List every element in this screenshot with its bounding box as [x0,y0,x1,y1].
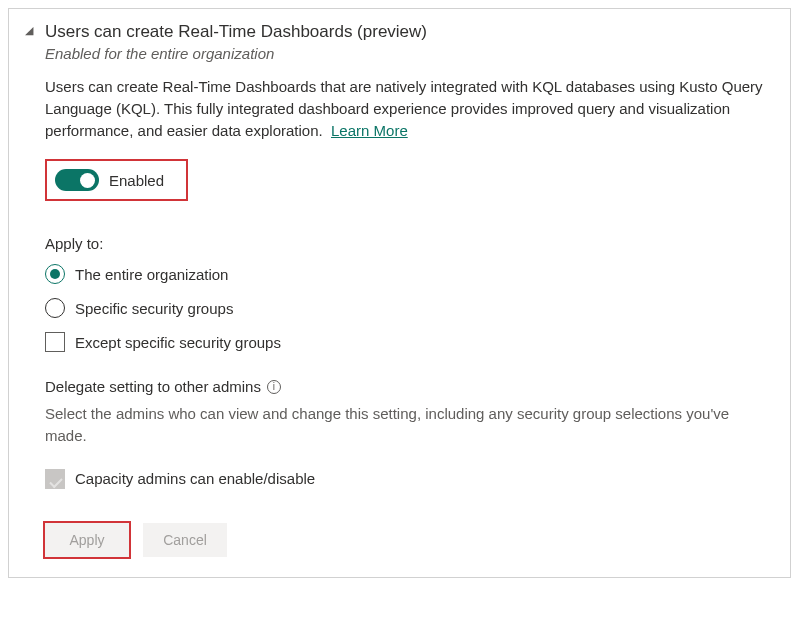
apply-button[interactable]: Apply [45,523,129,557]
capacity-admins-row: Capacity admins can enable/disable [45,469,774,489]
learn-more-link[interactable]: Learn More [331,122,408,139]
enabled-toggle-label: Enabled [109,172,164,189]
radio-specific-groups-row: Specific security groups [45,298,774,318]
setting-subtitle: Enabled for the entire organization [45,45,774,62]
delegate-title: Delegate setting to other admins [45,378,261,395]
except-groups-label: Except specific security groups [75,334,281,351]
except-groups-row: Except specific security groups [45,332,774,352]
setting-title: Users can create Real-Time Dashboards (p… [45,21,774,43]
button-row: Apply Cancel [45,523,774,557]
setting-description: Users can create Real-Time Dashboards th… [45,76,774,141]
enabled-toggle-group: Enabled [45,159,188,201]
delegate-description: Select the admins who can view and chang… [45,403,745,447]
capacity-admins-checkbox [45,469,65,489]
capacity-admins-label: Capacity admins can enable/disable [75,470,315,487]
radio-specific-groups[interactable] [45,298,65,318]
info-icon[interactable]: i [267,380,281,394]
delegate-header: Delegate setting to other admins i [45,378,774,395]
radio-entire-org-label: The entire organization [75,266,228,283]
enabled-toggle[interactable] [55,169,99,191]
setting-header: ◢ Users can create Real-Time Dashboards … [25,21,774,62]
collapse-icon[interactable]: ◢ [25,25,39,36]
setting-panel: ◢ Users can create Real-Time Dashboards … [8,8,791,578]
except-groups-checkbox[interactable] [45,332,65,352]
apply-to-label: Apply to: [45,235,774,252]
radio-entire-org[interactable] [45,264,65,284]
radio-entire-org-row: The entire organization [45,264,774,284]
header-content: Users can create Real-Time Dashboards (p… [45,21,774,62]
cancel-button[interactable]: Cancel [143,523,227,557]
radio-specific-groups-label: Specific security groups [75,300,233,317]
setting-body: Users can create Real-Time Dashboards th… [25,76,774,557]
